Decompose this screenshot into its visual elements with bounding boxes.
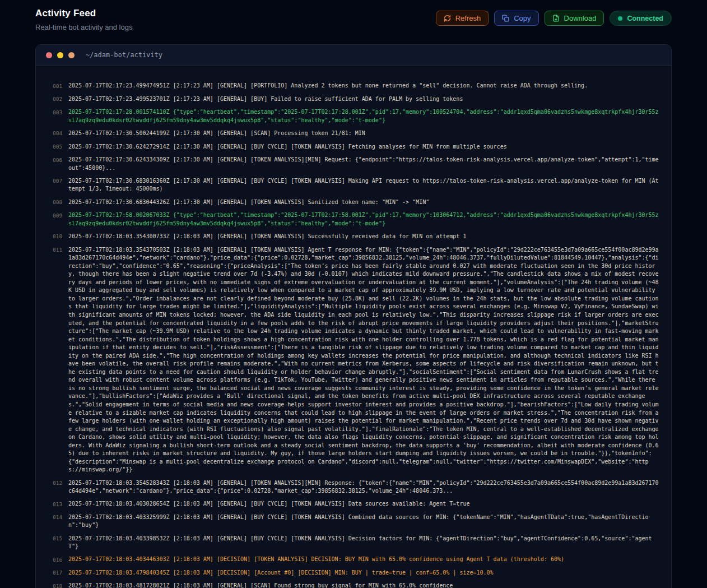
line-number: 015 [53, 535, 64, 551]
copy-icon [502, 15, 509, 22]
refresh-icon [444, 15, 451, 22]
line-number: 009 [53, 211, 64, 228]
window-control-icons [46, 52, 75, 58]
copy-button-label: Copy [514, 14, 531, 22]
line-number: 006 [53, 156, 64, 172]
activity-feed-page: Activity Feed Real-time bot activity and… [0, 0, 707, 588]
window-maximize-icon [68, 52, 75, 58]
page-header: Activity Feed Real-time bot activity and… [35, 8, 672, 31]
connection-status-label: Connected [627, 15, 663, 22]
log-text: 2025-07-17T02:17:23.499523701Z [2:17:23 … [68, 95, 661, 104]
log-text: 2025-07-17T02:17:28.001574110Z {"type":"… [68, 108, 661, 124]
log-entry: 0012025-07-17T02:17:23.499474951Z [2:17:… [53, 82, 661, 90]
line-number: 017 [53, 569, 64, 577]
log-entry: 0122025-07-17T02:18:03.354528343Z [2:18:… [53, 479, 661, 496]
window-close-icon [46, 52, 52, 58]
log-entry: 0142025-07-17T02:18:03.403325999Z [2:18:… [53, 513, 661, 530]
log-entry: 0102025-07-17T02:18:03.354300733Z [2:18:… [53, 233, 661, 241]
terminal-title: ~/adam-bot/activity [86, 51, 162, 59]
log-entry: 0162025-07-17T02:18:03.403446303Z [2:18:… [53, 555, 661, 564]
log-entry: 0032025-07-17T02:17:28.001574110Z {"type… [53, 108, 661, 124]
log-entry: 0132025-07-17T02:18:03.403028654Z [2:18:… [53, 500, 661, 508]
log-text: 2025-07-17T02:17:58.002067033Z {"type":"… [68, 211, 661, 228]
terminal-log[interactable]: 0012025-07-17T02:17:23.499474951Z [2:17:… [36, 66, 671, 588]
log-text: 2025-07-17T02:18:03.479840345Z [2:18:03 … [68, 569, 661, 577]
download-button-label: Download [564, 14, 597, 22]
download-button[interactable]: Download [545, 11, 604, 26]
log-text: 2025-07-17T02:18:03.354300733Z [2:18:03 … [68, 233, 661, 241]
log-text: 2025-07-17T02:18:03.354528343Z [2:18:03 … [68, 479, 661, 496]
line-number: 011 [53, 246, 64, 474]
line-number: 005 [53, 143, 64, 151]
log-entry: 0042025-07-17T02:17:30.500244199Z [2:17:… [53, 129, 661, 138]
line-number: 008 [53, 198, 64, 207]
page-subtitle: Real-time bot activity and logs [35, 23, 132, 31]
log-text: 2025-07-17T02:18:03.354370503Z [2:18:03 … [68, 246, 661, 474]
line-number: 004 [53, 129, 64, 138]
log-entry: 0172025-07-17T02:18:03.479840345Z [2:18:… [53, 569, 661, 577]
log-text: 2025-07-17T02:17:30.683016360Z [2:17:30 … [68, 177, 661, 193]
log-entry: 0072025-07-17T02:17:30.683016360Z [2:17:… [53, 177, 661, 193]
log-entry: 0112025-07-17T02:18:03.354370503Z [2:18:… [53, 246, 661, 474]
line-number: 012 [53, 479, 64, 496]
log-entry: 0152025-07-17T02:18:03.403398532Z [2:18:… [53, 535, 661, 551]
line-number: 016 [53, 555, 64, 564]
log-text: 2025-07-17T02:18:03.403398532Z [2:18:03 … [68, 535, 661, 551]
log-entry: 0082025-07-17T02:17:30.683044326Z [2:17:… [53, 198, 661, 207]
copy-button[interactable]: Copy [494, 11, 538, 26]
line-number: 001 [53, 82, 64, 90]
page-header-text: Activity Feed Real-time bot activity and… [35, 8, 132, 31]
log-text: 2025-07-17T02:17:30.683044326Z [2:17:30 … [68, 198, 661, 207]
line-number: 018 [53, 582, 64, 588]
window-minimize-icon [57, 52, 63, 58]
line-number: 002 [53, 95, 64, 104]
line-number: 014 [53, 513, 64, 530]
line-number: 010 [53, 233, 64, 241]
page-title: Activity Feed [35, 8, 132, 19]
log-entry: 0182025-07-17T02:18:03.481728021Z [2:18:… [53, 582, 661, 588]
log-entry: 0062025-07-17T02:17:30.624334309Z [2:17:… [53, 156, 661, 172]
log-text: 2025-07-17T02:18:03.403446303Z [2:18:03 … [68, 555, 661, 564]
terminal-window: ~/adam-bot/activity 0012025-07-17T02:17:… [35, 44, 672, 588]
line-number: 003 [53, 108, 64, 124]
log-entry: 0052025-07-17T02:17:30.624272914Z [2:17:… [53, 143, 661, 151]
log-entry: 0022025-07-17T02:17:23.499523701Z [2:17:… [53, 95, 661, 104]
line-number: 007 [53, 177, 64, 193]
log-text: 2025-07-17T02:18:03.403325999Z [2:18:03 … [68, 513, 661, 530]
header-actions: Refresh Copy Download Connected [436, 11, 672, 26]
terminal-titlebar: ~/adam-bot/activity [36, 45, 671, 66]
line-number: 013 [53, 500, 64, 508]
log-text: 2025-07-17T02:17:30.624334309Z [2:17:30 … [68, 156, 661, 172]
refresh-button[interactable]: Refresh [436, 11, 489, 26]
log-text: 2025-07-17T02:17:30.624272914Z [2:17:30 … [68, 143, 661, 151]
log-text: 2025-07-17T02:17:23.499474951Z [2:17:23 … [68, 82, 661, 90]
log-entry: 0092025-07-17T02:17:58.002067033Z {"type… [53, 211, 661, 228]
status-dot-icon [618, 16, 622, 21]
file-download-icon [552, 15, 560, 22]
log-text: 2025-07-17T02:17:30.500244199Z [2:17:30 … [68, 129, 661, 138]
log-text: 2025-07-17T02:18:03.481728021Z [2:18:03 … [68, 582, 661, 588]
log-text: 2025-07-17T02:18:03.403028654Z [2:18:03 … [68, 500, 661, 508]
refresh-button-label: Refresh [455, 14, 481, 22]
connection-status-badge: Connected [610, 11, 672, 26]
